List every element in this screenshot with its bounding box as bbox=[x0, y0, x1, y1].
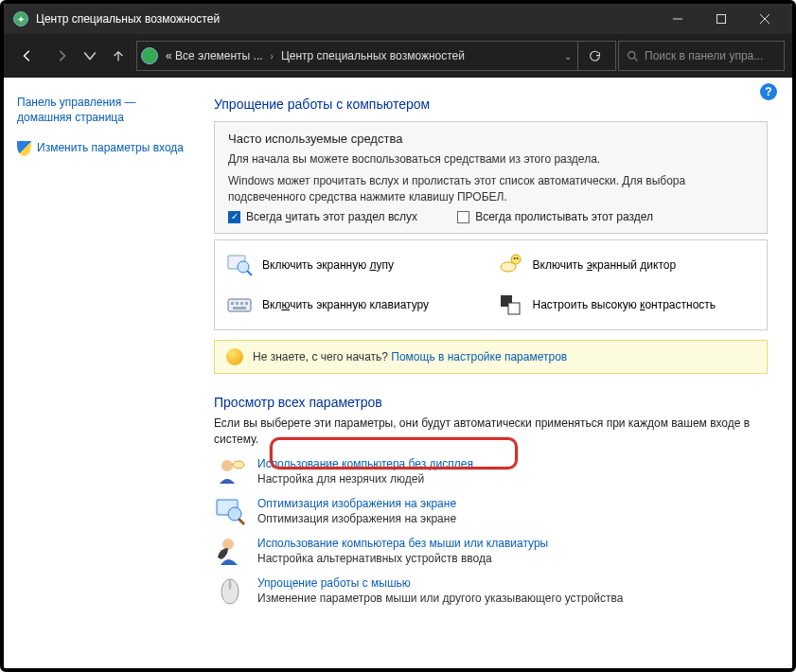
up-button[interactable] bbox=[102, 40, 134, 72]
checkbox-label: Всегда пролистывать этот раздел bbox=[475, 210, 653, 223]
page-heading: Упрощение работы с компьютером bbox=[214, 97, 768, 112]
svg-point-4 bbox=[628, 51, 635, 58]
setting-link[interactable]: Оптимизация изображения на экране bbox=[257, 497, 456, 510]
nav-bar: « Все элементы ... › Центр специальных в… bbox=[4, 34, 792, 78]
setting-sub: Оптимизация изображения на экране bbox=[257, 512, 456, 525]
chevron-right-icon[interactable]: › bbox=[267, 51, 277, 62]
quick-tools-grid: Включить экранную лупу Включить экранный… bbox=[214, 239, 768, 330]
hint-bar: Не знаете, с чего начать? Помощь в настр… bbox=[214, 340, 768, 374]
shield-icon bbox=[17, 141, 31, 156]
location-icon bbox=[141, 47, 158, 64]
hint-link[interactable]: Помощь в настройке параметров bbox=[391, 350, 567, 363]
history-dropdown[interactable] bbox=[80, 40, 100, 72]
setting-mouse-easier: Упрощение работы с мышью Изменение парам… bbox=[214, 575, 768, 607]
svg-point-10 bbox=[511, 255, 521, 264]
checkbox-label: Всегда читать этот раздел вслух bbox=[246, 210, 417, 223]
keyboard-icon bbox=[226, 292, 253, 318]
monitor-magnify-icon bbox=[214, 495, 246, 527]
chevron-down-icon[interactable]: ⌄ bbox=[560, 51, 575, 62]
tool-label: Настроить высокую контрастность bbox=[533, 298, 716, 311]
tool-label: Включить экранную лупу bbox=[262, 258, 394, 272]
svg-line-8 bbox=[247, 271, 252, 275]
svg-point-11 bbox=[513, 257, 515, 259]
content-area: ? Панель управления — домашняя страница … bbox=[4, 78, 792, 668]
person-alt-icon bbox=[214, 535, 246, 567]
setting-no-display: Использование компьютера без дисплея Нас… bbox=[214, 455, 768, 487]
mouse-icon bbox=[214, 575, 246, 607]
setting-link[interactable]: Упрощение работы с мышью bbox=[257, 576, 623, 590]
address-bar[interactable]: « Все элементы ... › Центр специальных в… bbox=[136, 41, 616, 71]
svg-rect-17 bbox=[245, 302, 248, 305]
help-icon[interactable]: ? bbox=[760, 83, 777, 100]
setting-optimize-display: Оптимизация изображения на экране Оптими… bbox=[214, 495, 768, 527]
svg-rect-18 bbox=[233, 307, 246, 309]
tool-narrator[interactable]: Включить экранный диктор bbox=[495, 248, 758, 282]
app-icon: ✦ bbox=[13, 11, 28, 27]
refresh-button[interactable] bbox=[577, 42, 611, 70]
svg-rect-20 bbox=[508, 303, 520, 314]
narrator-icon bbox=[497, 252, 523, 278]
svg-point-26 bbox=[222, 539, 234, 550]
checkbox-read-aloud[interactable]: ✓ Всегда читать этот раздел вслух bbox=[228, 210, 417, 223]
svg-rect-15 bbox=[236, 302, 239, 305]
tool-contrast[interactable]: Настроить высокую контрастность bbox=[495, 288, 758, 322]
svg-line-25 bbox=[239, 519, 244, 524]
forward-button[interactable] bbox=[45, 40, 78, 72]
svg-point-12 bbox=[516, 257, 518, 259]
setting-no-mouse-keyboard: Использование компьютера без мыши или кл… bbox=[214, 535, 768, 567]
search-placeholder: Поиск в панели упра... bbox=[645, 49, 763, 62]
person-speak-icon bbox=[214, 455, 246, 487]
setting-sub: Изменение параметров мыши или другого ук… bbox=[257, 592, 623, 605]
quick-tools-desc2: Windows может прочитать вслух и пролиста… bbox=[228, 173, 753, 205]
minimize-button[interactable] bbox=[656, 4, 699, 34]
svg-rect-14 bbox=[231, 302, 234, 305]
setting-link[interactable]: Использование компьютера без мыши или кл… bbox=[257, 537, 548, 550]
svg-rect-16 bbox=[240, 302, 243, 305]
breadcrumb-current[interactable]: Центр специальных возможностей bbox=[279, 49, 467, 62]
sidebar-signin-link[interactable]: Изменить параметры входа bbox=[37, 140, 184, 155]
svg-point-22 bbox=[233, 461, 244, 469]
svg-point-21 bbox=[221, 460, 233, 471]
quick-tools-box: Часто используемые средства Для начала в… bbox=[214, 121, 768, 234]
svg-line-5 bbox=[634, 58, 637, 61]
search-icon bbox=[627, 50, 639, 62]
checkbox-scan[interactable]: Всегда пролистывать этот раздел bbox=[457, 210, 653, 223]
quick-tools-heading: Часто используемые средства bbox=[228, 132, 753, 146]
breadcrumb-root[interactable]: « Все элементы ... bbox=[164, 49, 265, 62]
sidebar: Панель управления — домашняя страница Из… bbox=[4, 78, 206, 668]
svg-rect-13 bbox=[228, 299, 251, 311]
tool-label: Включить экранную клавиатуру bbox=[262, 298, 429, 311]
tool-osk[interactable]: Включить экранную клавиатуру bbox=[224, 288, 487, 322]
window-title: Центр специальных возможностей bbox=[36, 12, 220, 26]
svg-rect-1 bbox=[717, 15, 726, 24]
setting-sub: Настройка альтернативных устройств ввода bbox=[257, 552, 548, 565]
back-button[interactable] bbox=[11, 40, 44, 72]
hint-text: Не знаете, с чего начать? Помощь в настр… bbox=[253, 350, 567, 363]
all-settings-heading: Просмотр всех параметров bbox=[214, 395, 768, 410]
checkbox-icon bbox=[457, 211, 469, 223]
quick-tools-desc1: Для начала вы можете воспользоваться сре… bbox=[228, 151, 753, 168]
tool-label: Включить экранный диктор bbox=[533, 258, 677, 272]
svg-rect-29 bbox=[229, 582, 232, 588]
magnifier-icon bbox=[226, 252, 253, 278]
setting-link[interactable]: Использование компьютера без дисплея bbox=[257, 457, 473, 470]
maximize-button[interactable] bbox=[699, 4, 743, 34]
lightbulb-icon bbox=[226, 348, 243, 365]
close-button[interactable] bbox=[743, 4, 787, 34]
title-bar: ✦ Центр специальных возможностей bbox=[4, 4, 792, 34]
all-settings-intro: Если вы выберете эти параметры, они буду… bbox=[214, 416, 768, 448]
contrast-icon bbox=[497, 292, 523, 318]
setting-sub: Настройка для незрячих людей bbox=[257, 472, 473, 486]
main-panel: Упрощение работы с компьютером Часто исп… bbox=[206, 78, 792, 668]
tool-magnifier[interactable]: Включить экранную лупу bbox=[224, 248, 487, 282]
sidebar-home-link[interactable]: Панель управления — домашняя страница bbox=[17, 95, 193, 125]
search-box[interactable]: Поиск в панели упра... bbox=[618, 41, 785, 71]
checkbox-icon: ✓ bbox=[228, 211, 240, 223]
